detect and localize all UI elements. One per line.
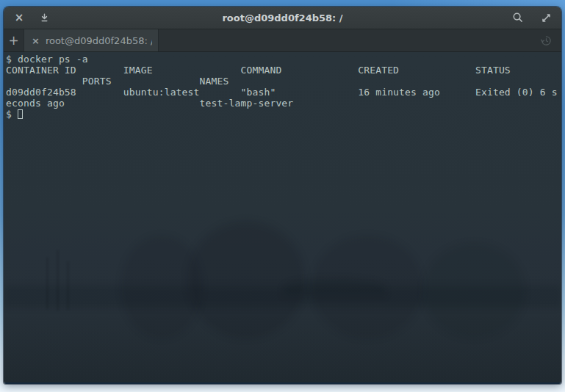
terminal-line: CONTAINER ID IMAGE COMMAND CREATED STATU… <box>6 65 561 76</box>
terminal-cursor <box>18 109 23 119</box>
terminal-prompt-line: $ <box>6 109 561 120</box>
search-button[interactable] <box>511 11 525 24</box>
window-title: root@d09dd0f24b58: / <box>64 12 501 23</box>
terminal-line: PORTS NAMES <box>6 76 561 87</box>
download-arrow-icon <box>40 12 49 23</box>
terminal-line: econds ago test-lamp-server <box>6 98 561 109</box>
search-icon <box>512 12 524 23</box>
tab-active[interactable]: × root@d09dd0f24b58: / <box>24 29 159 51</box>
tab-label: root@d09dd0f24b58: / <box>46 35 152 46</box>
new-tab-button[interactable]: + <box>4 29 24 51</box>
titlebar-left-controls: × <box>12 11 64 24</box>
tab-close-button[interactable]: × <box>32 36 40 46</box>
terminal-line: d09dd0f24b58 ubuntu:latest "bash" 16 min… <box>6 87 561 98</box>
close-window-button[interactable]: × <box>12 11 26 24</box>
shell-prompt: $ <box>6 109 18 120</box>
session-history-icon <box>540 35 553 47</box>
resize-diagonal-icon <box>541 12 552 23</box>
plus-icon: + <box>8 35 18 47</box>
add-terminal-down-button[interactable] <box>37 11 51 24</box>
terminal-window: × root@d09dd0f24b58: / <box>4 7 561 384</box>
tabbar-spacer <box>159 29 535 51</box>
window-titlebar[interactable]: × root@d09dd0f24b58: / <box>4 7 561 29</box>
resize-terminal-button[interactable] <box>539 11 553 24</box>
desktop-wallpaper: × root@d09dd0f24b58: / <box>0 0 565 392</box>
titlebar-right-controls <box>501 11 553 24</box>
close-icon: × <box>15 12 24 23</box>
terminal-line: $ docker ps -a <box>6 54 561 65</box>
tab-bar: + × root@d09dd0f24b58: / <box>4 29 561 52</box>
session-history-button[interactable] <box>535 29 557 51</box>
terminal-view[interactable]: $ docker ps -a CONTAINER ID IMAGE COMMAN… <box>4 52 561 382</box>
